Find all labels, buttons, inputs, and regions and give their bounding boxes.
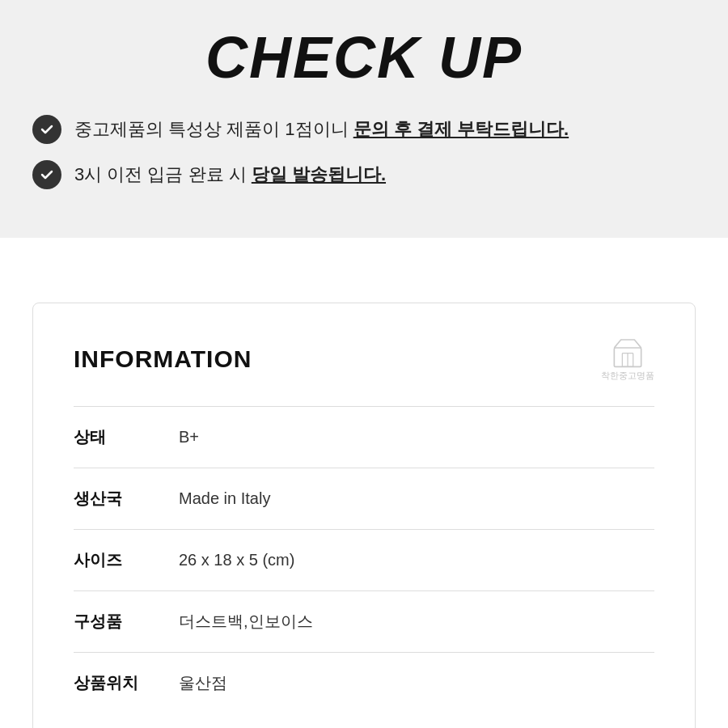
value-contents: 더스트백,인보이스 bbox=[179, 611, 313, 633]
check-text-2-bold: 당일 발송됩니다. bbox=[252, 164, 386, 184]
logo-text: 착한중고명품 bbox=[601, 370, 654, 382]
value-size: 26 x 18 x 5 (cm) bbox=[179, 551, 294, 569]
table-row-status: 상태 B+ bbox=[74, 406, 654, 468]
check-item-2: 3시 이전 입금 완료 시 당일 발송됩니다. bbox=[32, 160, 696, 189]
value-status: B+ bbox=[179, 428, 199, 447]
shop-icon bbox=[607, 336, 648, 368]
label-status: 상태 bbox=[74, 426, 179, 448]
check-text-1-bold: 문의 후 결제 부탁드립니다. bbox=[353, 119, 569, 139]
check-text-1: 중고제품의 특성상 제품이 1점이니 문의 후 결제 부탁드립니다. bbox=[74, 117, 569, 142]
table-row-size: 사이즈 26 x 18 x 5 (cm) bbox=[74, 529, 654, 590]
main-title: CHECK UP bbox=[32, 24, 696, 91]
header-section: CHECK UP 중고제품의 특성상 제품이 1점이니 문의 후 결제 부탁드립… bbox=[0, 0, 728, 238]
value-location: 울산점 bbox=[179, 672, 227, 694]
brand-logo: 착한중고명품 bbox=[601, 336, 654, 382]
checkmark-icon-1 bbox=[32, 115, 61, 144]
check-item-1: 중고제품의 특성상 제품이 1점이니 문의 후 결제 부탁드립니다. bbox=[32, 115, 696, 144]
checkmark-icon-2 bbox=[32, 160, 61, 189]
info-header: INFORMATION 착한중고명품 bbox=[74, 336, 654, 382]
label-location: 상품위치 bbox=[74, 672, 179, 694]
info-table: 상태 B+ 생산국 Made in Italy 사이즈 26 x 18 x 5 … bbox=[74, 406, 654, 713]
label-contents: 구성품 bbox=[74, 611, 179, 633]
table-row-origin: 생산국 Made in Italy bbox=[74, 468, 654, 529]
info-title: INFORMATION bbox=[74, 345, 252, 373]
table-row-contents: 구성품 더스트백,인보이스 bbox=[74, 590, 654, 652]
label-origin: 생산국 bbox=[74, 488, 179, 510]
table-row-location: 상품위치 울산점 bbox=[74, 652, 654, 713]
information-section: INFORMATION 착한중고명품 상태 B+ 생산국 Made in Ita… bbox=[32, 303, 696, 728]
check-text-2: 3시 이전 입금 완료 시 당일 발송됩니다. bbox=[74, 163, 386, 188]
spacer bbox=[0, 238, 728, 303]
label-size: 사이즈 bbox=[74, 549, 179, 571]
value-origin: Made in Italy bbox=[179, 489, 270, 508]
